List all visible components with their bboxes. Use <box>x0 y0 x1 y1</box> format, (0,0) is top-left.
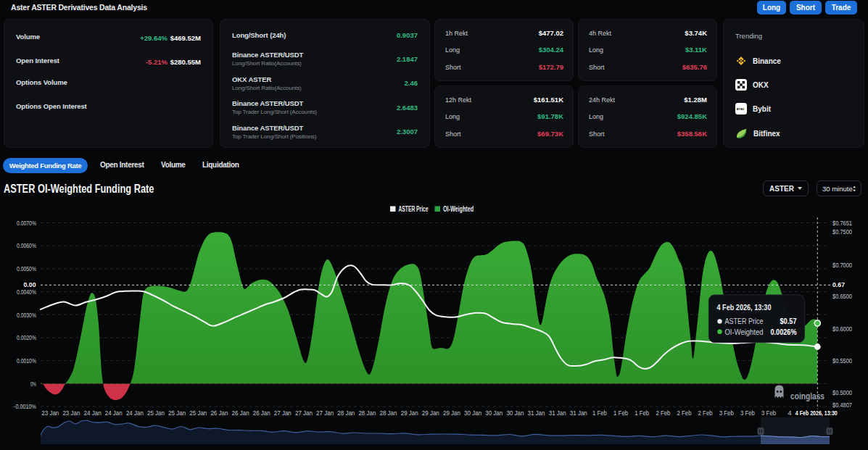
svg-text:28 Jan: 28 Jan <box>380 409 397 417</box>
svg-text:$0.7000: $0.7000 <box>832 261 852 269</box>
svg-text:3 Feb: 3 Feb <box>740 409 755 417</box>
svg-text:25 Jan: 25 Jan <box>147 409 165 417</box>
svg-text:0.0050%: 0.0050% <box>17 264 36 272</box>
svg-text:25 Jan: 25 Jan <box>189 409 207 417</box>
svg-text:24 Jan: 24 Jan <box>84 409 102 417</box>
svg-text:0.0070%: 0.0070% <box>17 219 36 227</box>
svg-text:$0.5000: $0.5000 <box>832 388 852 396</box>
svg-text:25 Jan: 25 Jan <box>168 409 186 417</box>
svg-text:$0.7500: $0.7500 <box>832 228 852 236</box>
svg-text:3 Feb: 3 Feb <box>719 409 734 417</box>
svg-text:28 Jan: 28 Jan <box>358 409 376 417</box>
svg-text:1 Feb: 1 Feb <box>635 409 649 417</box>
svg-text:$0.4807: $0.4807 <box>832 401 852 409</box>
svg-text:29 Jan: 29 Jan <box>443 409 460 417</box>
svg-text:31 Jan: 31 Jan <box>570 409 587 417</box>
svg-text:2 Feb: 2 Feb <box>656 409 670 417</box>
svg-text:$0.6500: $0.6500 <box>832 292 852 300</box>
svg-text:4 Feb 2026, 13:30: 4 Feb 2026, 13:30 <box>795 409 838 417</box>
svg-text:23 Jan: 23 Jan <box>41 409 59 417</box>
svg-text:30 Jan: 30 Jan <box>464 409 481 417</box>
svg-text:24 Jan: 24 Jan <box>105 409 123 417</box>
svg-text:OI-Weighted: OI-Weighted <box>443 205 474 213</box>
svg-text:0.00: 0.00 <box>24 280 36 288</box>
svg-text:$0.57: $0.57 <box>780 317 797 325</box>
svg-text:OI-Weighted: OI-Weighted <box>725 328 764 336</box>
svg-text:31 Jan: 31 Jan <box>528 409 545 417</box>
svg-text:3 Feb: 3 Feb <box>761 409 776 417</box>
svg-text:0.67: 0.67 <box>832 280 845 288</box>
svg-text:0%: 0% <box>30 380 36 388</box>
svg-text:26 Jan: 26 Jan <box>210 409 228 417</box>
svg-text:0.0030%: 0.0030% <box>17 311 36 319</box>
svg-text:26 Jan: 26 Jan <box>232 409 249 417</box>
svg-text:4 Feb 2026, 13:30: 4 Feb 2026, 13:30 <box>717 303 772 312</box>
svg-text:0.0040%: 0.0040% <box>17 288 36 296</box>
svg-text:coinglass: coinglass <box>790 391 824 401</box>
svg-text:1 Feb: 1 Feb <box>592 409 607 417</box>
svg-text:29 Jan: 29 Jan <box>401 409 418 417</box>
svg-text:30 Jan: 30 Jan <box>485 409 503 417</box>
svg-text:0.0060%: 0.0060% <box>17 241 36 249</box>
svg-text:27 Jan: 27 Jan <box>316 409 334 417</box>
svg-text:27 Jan: 27 Jan <box>274 409 292 417</box>
svg-text:4: 4 <box>788 409 791 417</box>
svg-text:23 Jan: 23 Jan <box>62 409 80 417</box>
svg-text:0.0020%: 0.0020% <box>17 333 36 341</box>
svg-text:24 Jan: 24 Jan <box>126 409 144 417</box>
svg-text:2 Feb: 2 Feb <box>698 409 713 417</box>
svg-text:ASTER Price: ASTER Price <box>399 205 429 213</box>
svg-text:-0.0010%: -0.0010% <box>14 402 36 410</box>
svg-text:$0.5500: $0.5500 <box>832 357 852 364</box>
svg-text:31 Jan: 31 Jan <box>549 409 566 417</box>
svg-text:26 Jan: 26 Jan <box>253 409 270 417</box>
svg-text:30 Jan: 30 Jan <box>506 409 524 417</box>
svg-text:0.0010%: 0.0010% <box>17 357 36 364</box>
svg-text:$0.7651: $0.7651 <box>832 219 852 227</box>
svg-text:27 Jan: 27 Jan <box>295 409 313 417</box>
svg-text:ASTER Price: ASTER Price <box>725 317 764 325</box>
svg-text:0.0026%: 0.0026% <box>771 328 798 336</box>
svg-text:29 Jan: 29 Jan <box>422 409 439 417</box>
svg-text:1 Feb: 1 Feb <box>613 409 628 417</box>
svg-text:$0.6000: $0.6000 <box>832 325 852 333</box>
svg-text:2 Feb: 2 Feb <box>677 409 692 417</box>
svg-text:28 Jan: 28 Jan <box>337 409 355 417</box>
